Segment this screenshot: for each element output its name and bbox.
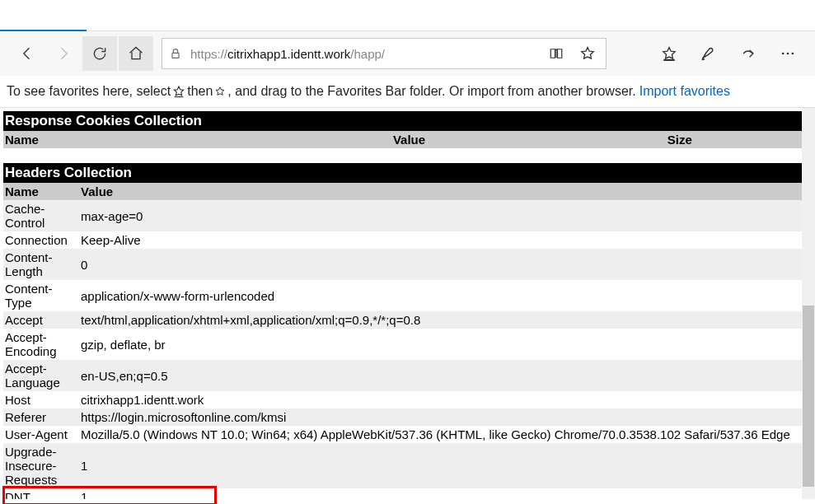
page-content: Response Cookies Collection Name Value S… bbox=[0, 108, 815, 499]
cell-value: max-age=0 bbox=[79, 200, 815, 231]
browser-toolbar: https://citrixhapp1.identt.work/happ/ bbox=[0, 31, 815, 76]
table-row: Content-Typeapplication/x-www-form-urlen… bbox=[3, 280, 815, 311]
favbar-text-3: , and drag to the Favorites Bar folder. … bbox=[227, 84, 635, 99]
svg-rect-0 bbox=[172, 53, 179, 58]
table-row: Accept-Languageen-US,en;q=0.5 bbox=[3, 360, 815, 391]
cell-name: Content-Type bbox=[3, 280, 79, 311]
favorite-star-button[interactable] bbox=[576, 42, 599, 65]
url-path: /happ/ bbox=[350, 47, 385, 61]
cell-value: gzip, deflate, br bbox=[79, 329, 815, 360]
scrollbar-thumb[interactable] bbox=[803, 306, 814, 487]
headers-heading: Headers Collection bbox=[3, 163, 815, 183]
table-row: User-AgentMozilla/5.0 (Windows NT 10.0; … bbox=[3, 426, 815, 443]
table-row: Cache-Controlmax-age=0 bbox=[3, 200, 815, 231]
cell-name: Accept-Language bbox=[3, 360, 79, 391]
cell-name: Accept-Encoding bbox=[3, 329, 79, 360]
favbar-text-2: then bbox=[187, 84, 213, 99]
page-viewport: Response Cookies Collection Name Value S… bbox=[0, 107, 815, 499]
table-row: Accept-Encodinggzip, deflate, br bbox=[3, 329, 815, 360]
col-size: Size bbox=[545, 131, 815, 148]
vertical-scrollbar[interactable] bbox=[802, 108, 815, 499]
import-favorites-link[interactable]: Import favorites bbox=[639, 84, 730, 99]
cell-value: https://login.microsoftonline.com/kmsi bbox=[79, 408, 815, 426]
share-button[interactable] bbox=[731, 36, 766, 71]
tab-strip[interactable] bbox=[0, 0, 815, 31]
forward-button[interactable] bbox=[46, 36, 81, 71]
col-value: Value bbox=[79, 183, 815, 200]
home-button[interactable] bbox=[119, 36, 153, 71]
table-row: Refererhttps://login.microsoftonline.com… bbox=[3, 408, 815, 426]
cell-value: en-US,en;q=0.5 bbox=[79, 360, 815, 391]
table-row: Content-Length0 bbox=[3, 249, 815, 280]
url-protocol: https:// bbox=[190, 47, 227, 61]
star-icon bbox=[214, 86, 226, 97]
col-name: Name bbox=[3, 131, 274, 148]
cell-name: Accept bbox=[3, 311, 79, 329]
svg-point-4 bbox=[787, 53, 789, 55]
col-value: Value bbox=[274, 131, 544, 148]
cell-name: User-Agent bbox=[3, 426, 79, 443]
more-button[interactable] bbox=[771, 36, 805, 71]
favorites-menu-button[interactable] bbox=[652, 36, 686, 71]
cell-name: Cache-Control bbox=[3, 200, 79, 231]
table-row: ConnectionKeep-Alive bbox=[3, 231, 815, 249]
cell-value: 1 bbox=[79, 488, 815, 499]
cell-value: text/html,application/xhtml+xml,applicat… bbox=[79, 311, 815, 329]
svg-point-5 bbox=[792, 53, 794, 55]
address-bar[interactable]: https://citrixhapp1.identt.work/happ/ bbox=[162, 38, 607, 69]
lock-icon bbox=[169, 47, 182, 60]
cell-value: 1 bbox=[79, 443, 815, 488]
url-host: citrixhapp1.identt.work bbox=[227, 47, 350, 61]
headers-header-row: Name Value bbox=[3, 183, 815, 200]
active-tab-indicator bbox=[0, 30, 87, 31]
favbar-text-1: To see favorites here, select bbox=[7, 84, 171, 99]
table-row: Hostcitrixhapp1.identt.work bbox=[3, 391, 815, 408]
favorites-bar-hint: To see favorites here, select then , and… bbox=[0, 76, 815, 107]
cell-name: Host bbox=[3, 391, 79, 408]
response-cookies-header-row: Name Value Size bbox=[3, 131, 815, 148]
reading-view-button[interactable] bbox=[545, 42, 568, 65]
cell-value: Keep-Alive bbox=[79, 231, 815, 249]
cell-name: Referer bbox=[3, 408, 79, 426]
table-row: Upgrade-Insecure-Requests1 bbox=[3, 443, 815, 488]
url-text[interactable]: https://citrixhapp1.identt.work/happ/ bbox=[190, 47, 536, 61]
table-row: DNT1 bbox=[3, 488, 815, 499]
cell-name: Content-Length bbox=[3, 249, 79, 280]
cell-name: Upgrade-Insecure-Requests bbox=[3, 443, 79, 488]
col-name: Name bbox=[3, 183, 79, 200]
headers-table: Name Value Cache-Controlmax-age=0 Connec… bbox=[3, 183, 815, 499]
toolbar-right-group bbox=[652, 36, 805, 71]
table-row: Accepttext/html,application/xhtml+xml,ap… bbox=[3, 311, 815, 329]
favorite-list-icon bbox=[172, 85, 185, 98]
response-cookies-table: Name Value Size bbox=[3, 131, 815, 148]
back-button[interactable] bbox=[10, 36, 44, 71]
notes-button[interactable] bbox=[691, 36, 726, 71]
cell-value: Mozilla/5.0 (Windows NT 10.0; Win64; x64… bbox=[79, 426, 815, 443]
svg-point-3 bbox=[782, 53, 785, 55]
refresh-button[interactable] bbox=[82, 36, 117, 71]
cell-value: application/x-www-form-urlencoded bbox=[79, 280, 815, 311]
cell-name: DNT bbox=[3, 488, 79, 499]
cell-name: Connection bbox=[3, 231, 79, 249]
cell-value: 0 bbox=[79, 249, 815, 280]
response-cookies-heading: Response Cookies Collection bbox=[3, 111, 815, 131]
cell-value: citrixhapp1.identt.work bbox=[79, 391, 815, 408]
